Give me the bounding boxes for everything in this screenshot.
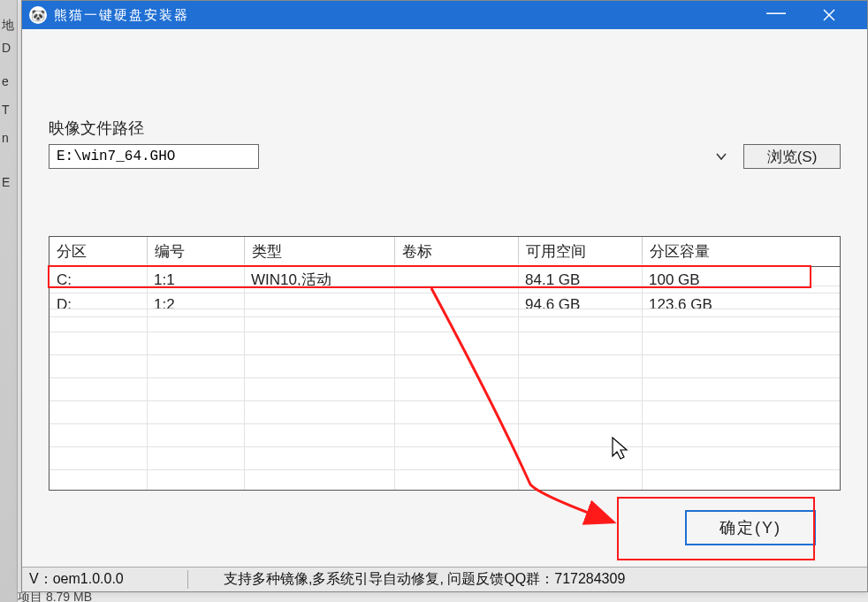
statusbar: V：oem1.0.0.0 支持多种镜像,多系统引导自动修复, 问题反馈QQ群：7…: [22, 567, 867, 591]
status-message: 支持多种镜像,多系统引导自动修复, 问题反馈QQ群：717284309: [188, 570, 860, 589]
close-button[interactable]: [816, 6, 842, 24]
installer-window: 🐼 熊猫一键硬盘安装器 — 映像文件路径 浏览(S): [21, 0, 868, 592]
col-number[interactable]: 编号: [147, 237, 244, 267]
chevron-down-icon: [715, 152, 727, 161]
browse-button[interactable]: 浏览(S): [743, 144, 841, 169]
table-row[interactable]: C: 1:1 WIN10,活动 84.1 GB 100 GB: [49, 267, 840, 293]
titlebar: 🐼 熊猫一键硬盘安装器 —: [22, 1, 867, 29]
app-icon: 🐼: [29, 6, 47, 24]
image-path-input[interactable]: [49, 144, 259, 169]
col-free[interactable]: 可用空间: [518, 237, 642, 267]
image-path-label: 映像文件路径: [49, 118, 841, 139]
bg-char: E: [2, 175, 10, 189]
col-volume[interactable]: 卷标: [394, 237, 518, 267]
col-partition[interactable]: 分区: [49, 237, 147, 267]
bg-char: n: [2, 131, 9, 145]
bg-char: e: [2, 74, 9, 88]
window-title: 熊猫一键硬盘安装器: [54, 7, 763, 24]
close-icon: [822, 8, 836, 22]
table-row[interactable]: D: 1:2 94.6 GB 123.6 GB: [49, 293, 840, 317]
bg-char: T: [2, 103, 10, 117]
panda-icon: 🐼: [31, 9, 45, 22]
col-type[interactable]: 类型: [244, 237, 394, 267]
bg-char: D: [2, 41, 11, 55]
confirm-button[interactable]: 确定(Y): [685, 510, 816, 545]
partition-table: 分区 编号 类型 卷标 可用空间 分区容量 C: 1:1 WIN10,活动 8: [49, 236, 841, 491]
minimize-button[interactable]: —: [763, 6, 789, 24]
col-capacity[interactable]: 分区容量: [642, 237, 840, 267]
version-label: V：oem1.0.0.0: [29, 570, 188, 589]
bg-char: 地: [2, 18, 14, 34]
